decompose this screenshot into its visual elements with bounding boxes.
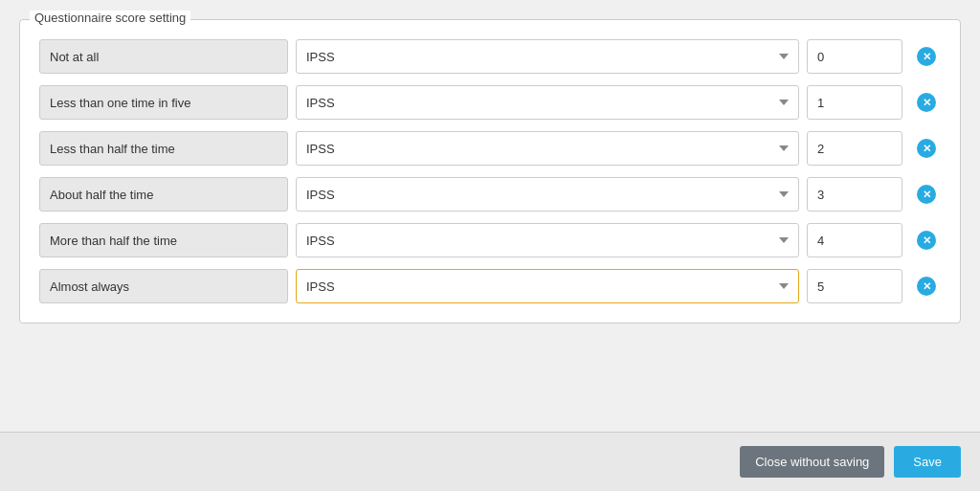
delete-cell (912, 185, 941, 204)
delete-row-button[interactable] (917, 93, 936, 112)
number-cell (807, 177, 902, 212)
number-cell (807, 223, 902, 257)
table-row: More than half the timeIPSS (39, 223, 941, 257)
row-label: About half the time (39, 177, 288, 212)
select-cell: IPSS (296, 39, 799, 74)
questionnaire-type-select[interactable]: IPSS (296, 223, 799, 257)
close-without-saving-button[interactable]: Close without saving (740, 446, 884, 478)
footer-bar: Close without saving Save (0, 432, 980, 491)
row-label: More than half the time (39, 223, 288, 257)
delete-cell (912, 139, 941, 158)
delete-cell (912, 93, 941, 112)
score-input[interactable] (807, 131, 902, 166)
table-row: Less than one time in fiveIPSS (39, 85, 941, 120)
delete-cell (912, 47, 941, 66)
select-cell: IPSS (296, 223, 799, 257)
delete-row-button[interactable] (917, 47, 936, 66)
delete-row-button[interactable] (917, 139, 936, 158)
number-cell (807, 269, 902, 303)
delete-row-button[interactable] (917, 231, 936, 250)
questionnaire-type-select[interactable]: IPSS (296, 39, 799, 74)
score-input[interactable] (807, 85, 902, 120)
questionnaire-type-select[interactable]: IPSS (296, 131, 799, 166)
questionnaire-score-box: Questionnaire score setting Not at allIP… (19, 19, 961, 324)
delete-row-button[interactable] (917, 185, 936, 204)
questionnaire-type-select[interactable]: IPSS (296, 177, 799, 212)
delete-cell (912, 277, 941, 296)
row-label: Almost always (39, 269, 288, 303)
table-row: Almost alwaysIPSS (39, 269, 941, 303)
number-cell (807, 131, 902, 166)
save-button[interactable]: Save (894, 446, 961, 478)
score-input[interactable] (807, 223, 902, 257)
delete-cell (912, 231, 941, 250)
rows-container: Not at allIPSSLess than one time in five… (39, 39, 941, 303)
select-cell: IPSS (296, 131, 799, 166)
table-row: About half the timeIPSS (39, 177, 941, 212)
main-content: Questionnaire score setting Not at allIP… (0, 0, 980, 324)
score-input[interactable] (807, 269, 902, 303)
row-label: Less than one time in five (39, 85, 288, 120)
select-cell: IPSS (296, 177, 799, 212)
table-row: Not at allIPSS (39, 39, 941, 74)
select-cell: IPSS (296, 269, 799, 303)
delete-row-button[interactable] (917, 277, 936, 296)
score-input[interactable] (807, 177, 902, 212)
page-wrapper: Questionnaire score setting Not at allIP… (0, 0, 980, 491)
table-row: Less than half the timeIPSS (39, 131, 941, 166)
fieldset-legend: Questionnaire score setting (30, 11, 190, 25)
row-label: Less than half the time (39, 131, 288, 166)
number-cell (807, 85, 902, 120)
score-input[interactable] (807, 39, 902, 74)
number-cell (807, 39, 902, 74)
row-label: Not at all (39, 39, 288, 74)
questionnaire-type-select[interactable]: IPSS (296, 85, 799, 120)
questionnaire-type-select[interactable]: IPSS (296, 269, 799, 303)
select-cell: IPSS (296, 85, 799, 120)
